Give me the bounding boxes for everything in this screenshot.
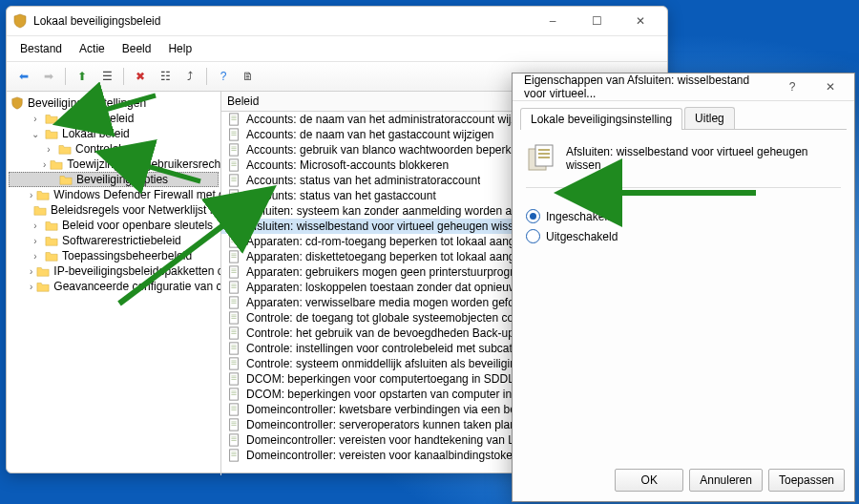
policy-doc-icon [227,220,241,233]
svg-rect-85 [231,437,236,438]
folder-icon [45,127,58,140]
svg-rect-45 [231,284,236,285]
radio-enabled-button[interactable] [526,209,540,223]
svg-rect-74 [231,392,236,393]
expand-icon[interactable]: › [43,159,46,170]
tree-root[interactable]: Beveiligingsinstellingen [9,95,219,111]
expand-icon[interactable]: › [30,251,41,262]
menu-view[interactable]: Beeld [118,40,156,57]
tree-item-label: Windows Defender Firewall met geava [53,188,221,201]
properties-icon[interactable]: ☷ [154,65,177,88]
cancel-button[interactable]: Annuleren [689,469,763,492]
svg-rect-87 [231,440,236,441]
tree-item[interactable]: ›Beleid voor openbare sleutels [9,218,219,233]
svg-rect-49 [231,300,236,301]
policy-doc-icon [227,250,241,263]
svg-rect-11 [231,150,236,151]
svg-rect-18 [231,178,236,179]
tree-item[interactable]: ›Toewijzing van gebruikersrechten [9,157,219,172]
svg-rect-67 [231,364,236,365]
dialog-help-button[interactable]: ? [774,74,810,99]
delete-icon[interactable]: ✖ [129,65,152,88]
up-icon[interactable]: ⬆ [71,65,94,88]
tree-item[interactable]: ›Windows Defender Firewall met geava [9,187,219,202]
tab-local-setting[interactable]: Lokale beveiligingsinstelling [520,108,682,130]
tree-item[interactable]: ›Geavanceerde configuratie van controle [9,279,219,294]
tree-item-label: Controlebeleid [75,142,149,156]
svg-rect-89 [231,452,236,453]
folder-icon [45,219,58,232]
expand-icon[interactable]: › [30,114,41,124]
expand-icon[interactable]: › [43,144,54,155]
svg-rect-15 [231,165,236,166]
svg-rect-94 [538,149,550,151]
tree-item-label: Softwarerestrictiebeleid [62,234,181,247]
expand-icon[interactable]: › [30,282,32,292]
export-icon[interactable]: ⤴ [178,65,201,88]
expand-icon[interactable]: › [30,190,32,200]
folder-icon [33,203,47,217]
dialog-title: Eigenschappen van Afsluiten: wisselbesta… [518,74,774,100]
policy-doc-icon [227,235,241,248]
svg-rect-22 [231,194,236,195]
tree-item[interactable]: ›Accountbeleid [9,111,219,126]
menu-help[interactable]: Help [164,40,196,57]
expand-icon[interactable]: › [30,220,41,231]
policy-doc-icon [227,204,241,218]
dialog-close-button[interactable]: ✕ [812,74,849,99]
tree-item[interactable]: ⌄Lokaal beleid [9,126,219,141]
tree-item[interactable]: ›Softwarerestrictiebeleid [9,233,219,248]
tree-pane[interactable]: Beveiligingsinstellingen ›Accountbeleid⌄… [7,92,221,475]
list-item-label: Accounts: status van het gastaccount [246,189,436,202]
folder-icon [36,264,50,278]
tree-item[interactable]: ›Toepassingsbeheerbeleid [9,248,219,263]
close-button[interactable]: ✕ [619,8,661,34]
help-icon[interactable]: ? [212,65,235,88]
ok-button[interactable]: OK [615,469,683,492]
policy-doc-icon [227,403,241,416]
maximize-button[interactable]: ☐ [576,8,618,34]
minimize-button[interactable]: – [532,8,574,34]
back-icon[interactable]: ⬅ [12,65,35,88]
expand-icon[interactable]: ⌄ [30,129,41,139]
forward-icon[interactable]: ➡ [37,65,60,88]
refresh-icon[interactable]: 🗎 [237,65,260,88]
show-hide-icon[interactable]: ☰ [95,65,118,88]
menu-file[interactable]: Bestand [16,40,66,57]
radio-disabled[interactable]: Uitgeschakeld [526,229,841,243]
tree-root-label: Beveiligingsinstellingen [28,96,146,110]
svg-rect-31 [231,226,236,227]
svg-rect-25 [231,208,236,209]
svg-rect-96 [538,157,550,158]
svg-rect-69 [231,376,236,377]
svg-rect-39 [231,257,236,258]
tree-item[interactable]: Beveiligingsopties [9,172,219,187]
tab-explain[interactable]: Uitleg [684,107,735,129]
svg-rect-95 [538,153,550,155]
radio-enabled[interactable]: Ingeschakeld [526,209,841,223]
expand-icon[interactable]: › [30,236,41,246]
svg-rect-66 [231,362,236,363]
expand-icon[interactable]: › [30,266,32,277]
svg-rect-61 [231,346,236,346]
menu-action[interactable]: Actie [75,40,109,57]
list-item-label: Afsluiten: wisselbestand voor virtueel g… [246,220,527,233]
tree-item[interactable]: Beleidsregels voor Netwerklijst Manag [9,202,219,218]
svg-rect-26 [231,209,236,210]
tree-item[interactable]: ›IP-beveiligingsbeleidspakketten op Lo [9,263,219,279]
svg-rect-81 [231,422,236,423]
apply-button[interactable]: Toepassen [768,469,845,492]
svg-rect-53 [231,315,236,316]
svg-rect-3 [231,119,236,120]
tree-item-label: Beleid voor openbare sleutels [62,219,213,232]
svg-rect-93 [535,145,553,166]
policy-doc-icon [227,311,241,325]
policy-doc-icon [227,158,241,172]
svg-rect-55 [231,318,236,319]
policy-doc-icon [227,189,241,202]
svg-rect-7 [231,135,236,136]
radio-disabled-button[interactable] [526,229,540,243]
tree-item[interactable]: ›Controlebeleid [9,141,219,157]
policy-doc-icon [227,296,241,309]
folder-icon [59,173,73,186]
